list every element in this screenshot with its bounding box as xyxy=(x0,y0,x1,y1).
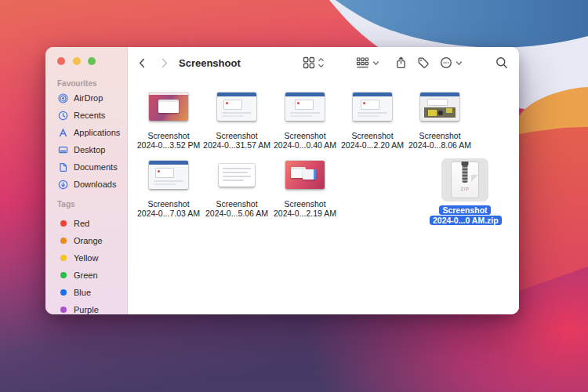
downloads-icon xyxy=(57,180,69,190)
file-name-line2: 2024-0...7.03 AM xyxy=(137,209,200,218)
applications-icon xyxy=(57,128,69,138)
sidebar: Favourites AirDrop xyxy=(45,47,128,314)
more-actions-button[interactable] xyxy=(440,47,463,78)
sidebar-item-tag-orange[interactable]: Orange xyxy=(57,232,124,249)
file-name-selected: Screenshot 2024-0...0 AM.zip xyxy=(430,205,500,225)
yellow-tag-dot xyxy=(57,253,69,263)
sidebar-item-tag-yellow[interactable]: Yellow xyxy=(57,249,124,267)
sidebar-item-downloads[interactable]: Downloads xyxy=(57,176,124,193)
file-thumbnail-app-window xyxy=(217,93,256,121)
file-item[interactable]: Screenshot 2024-0...31.57 AM xyxy=(203,93,270,150)
file-name: Screenshot 2024-0...0.40 AM xyxy=(271,131,339,150)
file-thumbnail-app-window xyxy=(353,93,392,121)
zipper-pull xyxy=(462,162,469,165)
window-title: Screenshoot xyxy=(179,47,241,78)
file-name: Screenshot 2024-0...2.20 AM xyxy=(339,131,406,150)
file-item[interactable]: Screenshot 2024-0...8.06 AM xyxy=(406,93,474,150)
zoom-button[interactable] xyxy=(88,57,96,65)
sidebar-section-tags: Tags xyxy=(57,199,124,210)
file-name-line1: Screenshot xyxy=(147,131,189,140)
file-name-line2: 2024-0...3.52 PM xyxy=(137,140,201,150)
file-name-line2: 2024-0...2.20 AM xyxy=(341,140,404,150)
file-item[interactable]: Screenshot 2024-0...3.52 PM xyxy=(135,93,202,150)
file-thumbnail-desktop-bigsur xyxy=(149,93,188,121)
desktop-icon xyxy=(57,145,69,155)
back-chevron-icon xyxy=(136,57,148,69)
sidebar-item-tag-blue[interactable]: Blue xyxy=(57,284,124,301)
file-thumbnail-desktop-bigsur-pink xyxy=(285,161,325,189)
sidebar-item-label: Orange xyxy=(74,236,103,245)
page-fold xyxy=(471,175,478,182)
tag-button[interactable] xyxy=(417,47,430,78)
purple-tag-dot xyxy=(57,305,69,315)
file-name-line2: 2024-0...5.06 AM xyxy=(205,209,268,218)
airdrop-icon xyxy=(57,93,69,103)
share-button[interactable] xyxy=(395,47,407,78)
file-thumbnail-app-window xyxy=(285,93,325,121)
tag-icon xyxy=(417,56,430,69)
document-icon xyxy=(57,162,69,172)
file-name-line2: 2024-0...0.40 AM xyxy=(274,140,336,150)
sidebar-item-label: Red xyxy=(74,219,89,228)
file-thumbnail-app-window-image xyxy=(420,93,459,121)
minimize-button[interactable] xyxy=(73,57,81,65)
file-name: Screenshot 2024-0...7.03 AM xyxy=(135,199,202,218)
window-controls xyxy=(57,57,96,65)
blue-tag-dot xyxy=(57,288,69,298)
sidebar-item-label: Desktop xyxy=(74,145,105,154)
clock-icon xyxy=(57,111,69,121)
share-icon xyxy=(395,56,407,69)
file-name-line1: Screenshot xyxy=(439,205,490,215)
sidebar-item-airdrop[interactable]: AirDrop xyxy=(57,89,124,107)
forward-chevron-icon xyxy=(158,57,170,69)
sidebar-item-label: Yellow xyxy=(74,253,98,263)
sidebar-item-label: Blue xyxy=(74,288,91,297)
file-name: Screenshot 2024-0...5.06 AM xyxy=(203,199,270,218)
zip-badge: ZIP xyxy=(452,187,478,191)
search-icon xyxy=(495,56,508,69)
file-name-line1: Screenshot xyxy=(284,199,325,209)
file-grid: Screenshot 2024-0...3.52 PM Screenshot 2… xyxy=(129,78,519,314)
file-name-line2: 2024-0...31.57 AM xyxy=(203,140,270,150)
sidebar-item-label: Downloads xyxy=(74,180,116,189)
chevron-down-icon xyxy=(372,60,379,67)
file-name-line2: 2024-0...0 AM.zip xyxy=(430,216,502,225)
file-item[interactable]: Screenshot 2024-0...2.20 AM xyxy=(339,93,406,150)
red-tag-dot xyxy=(57,219,69,229)
selection-highlight: ZIP xyxy=(441,158,488,201)
file-name-line1: Screenshot xyxy=(147,199,189,209)
file-name-line1: Screenshot xyxy=(351,131,393,140)
forward-button[interactable] xyxy=(158,47,170,78)
file-name: Screenshot 2024-0...31.57 AM xyxy=(203,131,270,150)
finder-window: Favourites AirDrop xyxy=(45,47,519,314)
sidebar-item-tag-red[interactable]: Red xyxy=(57,215,124,232)
close-button[interactable] xyxy=(57,57,65,65)
more-ellipsis-icon xyxy=(440,56,452,69)
icon-view-grid-icon xyxy=(303,56,315,69)
sidebar-item-recents[interactable]: Recents xyxy=(57,107,124,124)
file-name-line1: Screenshot xyxy=(216,131,257,140)
sidebar-item-applications[interactable]: Applications xyxy=(57,124,124,141)
orange-tag-dot xyxy=(57,236,69,246)
file-name-line1: Screenshot xyxy=(284,131,325,140)
sidebar-item-documents[interactable]: Documents xyxy=(57,158,124,176)
file-name-line2: 2024-0...8.06 AM xyxy=(408,140,471,150)
sidebar-section-favourites: Favourites xyxy=(57,78,124,89)
file-thumbnail-app-window xyxy=(149,161,188,189)
file-item[interactable]: Screenshot 2024-0...2.19 AM xyxy=(271,161,339,218)
view-mode-button[interactable] xyxy=(303,47,325,78)
sidebar-item-tag-green[interactable]: Green xyxy=(57,267,124,284)
file-item[interactable]: Screenshot 2024-0...7.03 AM xyxy=(135,161,202,218)
back-button[interactable] xyxy=(136,47,148,78)
sidebar-item-desktop[interactable]: Desktop xyxy=(57,141,124,158)
search-button[interactable] xyxy=(495,47,508,78)
file-item[interactable]: Screenshot 2024-0...0.40 AM xyxy=(271,93,339,150)
group-by-button[interactable] xyxy=(356,47,379,78)
sidebar-item-label: Recents xyxy=(74,111,105,120)
file-name-line2: 2024-0...2.19 AM xyxy=(274,209,336,218)
sidebar-item-label: Documents xyxy=(74,162,118,172)
sidebar-item-tag-purple[interactable]: Purple xyxy=(57,301,124,314)
zip-file-icon: ZIP xyxy=(452,162,478,198)
file-item[interactable]: Screenshot 2024-0...5.06 AM xyxy=(203,161,270,218)
file-item-selected[interactable]: ZIP Screenshot 2024-0...0 AM.zip xyxy=(430,158,500,225)
